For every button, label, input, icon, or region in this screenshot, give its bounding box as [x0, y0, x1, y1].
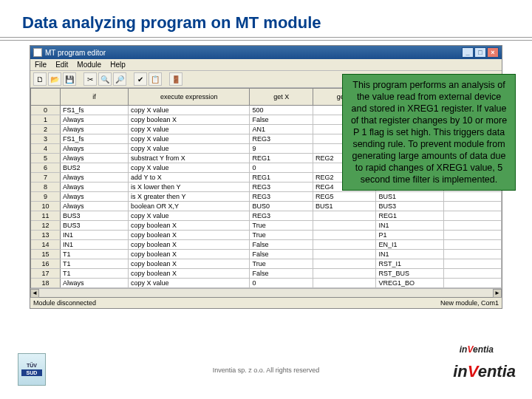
list-icon[interactable]: 📋 [149, 72, 162, 86]
cell[interactable] [443, 230, 501, 239]
cell[interactable]: BUS3 [376, 201, 443, 211]
cell[interactable]: copy X value [129, 124, 250, 134]
open-icon[interactable]: 📂 [48, 72, 61, 86]
cell[interactable]: P1 [376, 230, 443, 239]
cell[interactable]: EN_I1 [376, 239, 443, 249]
cell[interactable] [443, 201, 501, 211]
cell[interactable]: BUS3 [60, 211, 128, 220]
table-row[interactable]: 16T1copy boolean XTrueRST_I1 [31, 259, 502, 268]
cell[interactable]: IN1 [60, 230, 128, 239]
table-row[interactable]: 11BUS3copy X valueREG3REG1 [31, 211, 502, 220]
cell[interactable]: Always [60, 172, 128, 182]
table-row[interactable]: 10Alwaysboolean OR X,YBUS0BUS1BUS3 [31, 201, 502, 211]
cell[interactable]: Always [60, 191, 128, 201]
cell[interactable]: VREG1_BO [376, 278, 443, 287]
table-row[interactable]: 18Alwayscopy X value0VREG1_BO [31, 278, 502, 287]
cell[interactable]: Always [60, 124, 128, 134]
cut-icon[interactable]: ✂ [83, 72, 97, 86]
maximize-button[interactable]: □ [474, 47, 486, 58]
cell[interactable]: boolean OR X,Y [129, 201, 250, 211]
cell[interactable]: copy boolean X [129, 220, 250, 230]
cell[interactable] [443, 239, 501, 249]
cell[interactable] [443, 211, 501, 220]
cell[interactable]: copy X value [129, 105, 250, 115]
cell[interactable]: copy boolean X [129, 115, 250, 124]
cell[interactable]: Always [60, 201, 128, 211]
cell[interactable]: copy X value [129, 163, 250, 172]
cell[interactable]: RST_BUS [376, 268, 443, 278]
close-button[interactable]: × [487, 47, 499, 58]
cell[interactable] [313, 259, 376, 268]
cell[interactable]: IN1 [60, 239, 128, 249]
cell[interactable]: T1 [60, 259, 128, 268]
cell[interactable]: True [250, 220, 313, 230]
cell[interactable]: False [250, 268, 313, 278]
cell[interactable]: Always [60, 143, 128, 153]
cell[interactable]: is X lower then Y [129, 182, 250, 191]
cell[interactable]: copy X value [129, 278, 250, 287]
table-row[interactable]: 12BUS3copy boolean XTrueIN1 [31, 220, 502, 230]
cell[interactable]: T1 [60, 268, 128, 278]
menu-module[interactable]: Module [77, 61, 101, 69]
table-row[interactable]: 13IN1copy boolean XTrueP1 [31, 230, 502, 239]
cell[interactable] [313, 278, 376, 287]
cell[interactable]: False [250, 115, 313, 124]
cell[interactable] [443, 220, 501, 230]
cell[interactable] [443, 268, 501, 278]
exit-icon[interactable]: 🚪 [169, 72, 183, 86]
cell[interactable]: IN1 [376, 220, 443, 230]
cell[interactable]: Always [60, 182, 128, 191]
minimize-button[interactable]: _ [462, 47, 474, 58]
find-icon[interactable]: 🔎 [113, 72, 126, 86]
cell[interactable]: 0 [250, 163, 313, 172]
cell[interactable]: copy boolean X [129, 249, 250, 259]
cell[interactable]: True [250, 230, 313, 239]
table-row[interactable]: 9Alwaysis X greater then YREG3REG5BUS1 [31, 191, 502, 201]
cell[interactable] [443, 249, 501, 259]
cell[interactable]: copy X value [129, 134, 250, 143]
cell[interactable] [313, 249, 376, 259]
menu-help[interactable]: Help [110, 61, 126, 69]
cell[interactable]: T1 [60, 249, 128, 259]
cell[interactable]: copy boolean X [129, 230, 250, 239]
cell[interactable] [313, 239, 376, 249]
cell[interactable]: REG3 [250, 211, 313, 220]
cell[interactable] [443, 259, 501, 268]
cell[interactable]: BUS3 [60, 220, 128, 230]
cell[interactable]: AN1 [250, 124, 313, 134]
cell[interactable]: copy boolean X [129, 259, 250, 268]
cell[interactable] [313, 230, 376, 239]
cell[interactable]: copy boolean X [129, 239, 250, 249]
cell[interactable]: REG3 [250, 191, 313, 201]
cell[interactable]: 9 [250, 143, 313, 153]
cell[interactable]: False [250, 249, 313, 259]
cell[interactable]: BUS0 [250, 201, 313, 211]
cell[interactable]: REG5 [313, 191, 376, 201]
cell[interactable]: Always [60, 278, 128, 287]
cell[interactable] [313, 211, 376, 220]
cell[interactable]: REG1 [250, 172, 313, 182]
cell[interactable]: copy X value [129, 211, 250, 220]
cell[interactable] [313, 268, 376, 278]
cell[interactable]: copy boolean X [129, 268, 250, 278]
horizontal-scrollbar[interactable]: ◄ ► [30, 288, 502, 297]
cell[interactable]: 500 [250, 105, 313, 115]
save-icon[interactable]: 💾 [63, 72, 76, 86]
table-row[interactable]: 14IN1copy boolean XFalseEN_I1 [31, 239, 502, 249]
table-row[interactable]: 15T1copy boolean XFalseIN1 [31, 249, 502, 259]
cell[interactable]: Always [60, 153, 128, 163]
cell[interactable]: False [250, 239, 313, 249]
menu-file[interactable]: File [35, 61, 47, 69]
cell[interactable]: REG1 [376, 211, 443, 220]
cell[interactable]: BUS1 [313, 201, 376, 211]
scroll-left-icon[interactable]: ◄ [30, 289, 39, 298]
cell[interactable]: 0 [250, 278, 313, 287]
cell[interactable] [313, 220, 376, 230]
cell[interactable]: BUS1 [376, 191, 443, 201]
cell[interactable]: substract Y from X [129, 153, 250, 163]
cell[interactable]: add Y to X [129, 172, 250, 182]
new-icon[interactable]: 🗋 [33, 72, 47, 86]
cell[interactable]: BUS2 [60, 163, 128, 172]
cell[interactable]: FS1_fs [60, 105, 128, 115]
scroll-right-icon[interactable]: ► [493, 289, 502, 298]
